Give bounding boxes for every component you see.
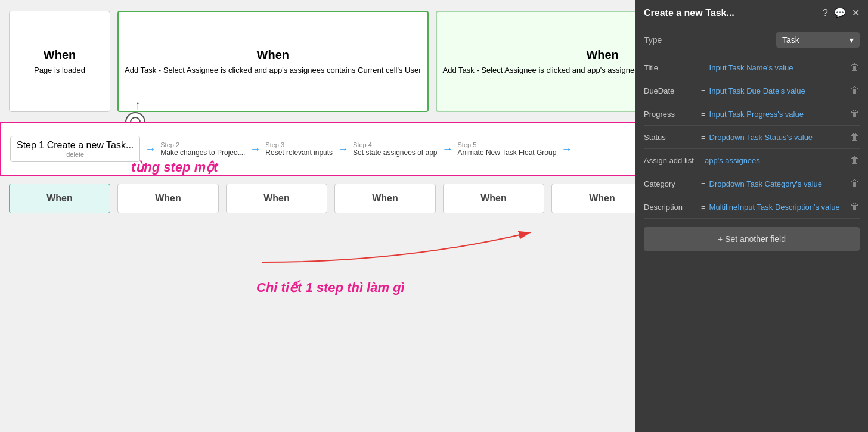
card-2-description: Add Task - Select Assignee is clicked an… (125, 66, 421, 74)
field-eq-category: = (701, 179, 706, 188)
step-4-label: Step 4 (353, 141, 437, 148)
type-select[interactable]: Task ▾ (776, 32, 860, 48)
field-eq-duedate: = (701, 86, 706, 95)
field-value-category[interactable]: Dropdown Task Category's value (709, 179, 845, 188)
field-name-title: Title (644, 63, 698, 72)
red-arrow (256, 215, 542, 288)
field-row-status: Status = Dropdown Task Status's value 🗑 (644, 126, 860, 149)
step-2-label: Step 2 (160, 141, 245, 148)
step-3-box[interactable]: Step 3 Reset relevant inputs (265, 141, 333, 157)
chevron-down-icon: ▾ (850, 35, 854, 45)
help-icon[interactable]: ? (823, 8, 828, 18)
field-eq-progress: = (701, 110, 706, 119)
arrow-2-3: → (250, 143, 261, 156)
second-card-1[interactable]: When (9, 184, 110, 213)
field-name-category: Category (644, 179, 698, 188)
step-2-box[interactable]: Step 2 Make changes to Project... (160, 141, 245, 157)
field-row-description: Description = MultilineInput Task Descri… (644, 195, 860, 219)
field-row-assign: Assign add list app's assignees 🗑 (644, 149, 860, 172)
field-name-duedate: DueDate (644, 86, 698, 95)
annotation-detail-text: Chi tiết 1 step thì làm gì (256, 280, 405, 296)
second-card-3-label: When (264, 193, 290, 204)
panel-body: Type Task ▾ Title = Input Task Name's va… (636, 26, 868, 432)
comment-icon[interactable]: 💬 (834, 7, 846, 18)
field-row-progress: Progress = Input Task Progress's value 🗑 (644, 102, 860, 126)
second-card-4-label: When (372, 193, 398, 204)
second-card-5[interactable]: When (443, 184, 544, 213)
field-delete-progress[interactable]: 🗑 (850, 108, 860, 119)
step-2-name: Make changes to Project... (160, 148, 245, 157)
field-delete-status[interactable]: 🗑 (850, 132, 860, 142)
field-delete-title[interactable]: 🗑 (850, 62, 860, 73)
annotation-step-text: từng step một (131, 160, 218, 175)
step-5-name: Animate New Task Float Group (458, 148, 557, 157)
step-3-label: Step 3 (265, 141, 333, 148)
arrow-5-more: → (561, 143, 572, 156)
close-icon[interactable]: ✕ (852, 7, 860, 18)
field-row-category: Category = Dropdown Task Category's valu… (644, 172, 860, 195)
second-card-4[interactable]: When (334, 184, 436, 213)
field-name-status: Status (644, 133, 698, 142)
step-4-box[interactable]: Step 4 Set state assignees of app (353, 141, 437, 157)
arrow-3-4: → (337, 143, 348, 156)
second-card-2-label: When (155, 193, 181, 204)
field-value-title[interactable]: Input Task Name's value (709, 63, 845, 72)
second-card-5-label: When (480, 193, 507, 204)
step-1-label: Step 1 (17, 140, 44, 150)
field-eq-description: = (701, 203, 706, 212)
field-delete-description[interactable]: 🗑 (850, 201, 860, 212)
field-eq-status: = (701, 133, 706, 142)
set-another-field-button[interactable]: + Set another field (644, 227, 860, 251)
up-arrow-icon: ↑ (135, 98, 141, 112)
panel-icons: ? 💬 ✕ (823, 7, 860, 18)
panel-title: Create a new Task... (644, 8, 734, 18)
field-value-duedate[interactable]: Input Task Due Date's value (709, 86, 845, 95)
second-card-6-label: When (589, 193, 615, 204)
field-value-status[interactable]: Dropdown Task Status's value (709, 133, 845, 142)
field-delete-duedate[interactable]: 🗑 (850, 85, 860, 96)
type-row: Type Task ▾ (644, 32, 860, 48)
field-name-progress: Progress (644, 110, 698, 119)
card-1-when-label: When (44, 48, 76, 62)
arrow-1-2: → (145, 143, 156, 156)
step-4-name: Set state assignees of app (353, 148, 437, 157)
second-card-1-label: When (46, 193, 73, 204)
card-2-when-label: When (257, 48, 289, 62)
step-1-delete[interactable]: delete (17, 151, 134, 158)
step-3-name: Reset relevant inputs (265, 148, 333, 157)
field-value-assign[interactable]: app's assignees (705, 156, 845, 165)
panel-header: Create a new Task... ? 💬 ✕ (636, 0, 868, 26)
second-card-3[interactable]: When (226, 184, 327, 213)
field-eq-title: = (701, 63, 706, 72)
when-card-1[interactable]: When Page is loaded (9, 11, 110, 112)
type-label: Type (644, 35, 662, 45)
second-card-2[interactable]: When (117, 184, 219, 213)
step-1-name: Create a new Task... (47, 140, 134, 150)
card-3-when-label: When (586, 48, 618, 62)
field-delete-category[interactable]: 🗑 (850, 178, 860, 189)
when-card-2[interactable]: When Add Task - Select Assignee is click… (117, 11, 429, 112)
step-5-label: Step 5 (458, 141, 557, 148)
step-5-box[interactable]: Step 5 Animate New Task Float Group (458, 141, 557, 157)
field-delete-assign[interactable]: 🗑 (850, 155, 860, 166)
step-1-box[interactable]: Step 1 Create a new Task... delete (10, 136, 140, 162)
field-row-duedate: DueDate = Input Task Due Date's value 🗑 (644, 79, 860, 102)
field-row-title: Title = Input Task Name's value 🗑 (644, 56, 860, 79)
field-value-progress[interactable]: Input Task Progress's value (709, 110, 845, 119)
field-name-assign: Assign add list (644, 156, 698, 165)
type-value: Task (782, 35, 799, 45)
arrow-4-5: → (442, 143, 453, 156)
field-value-description[interactable]: MultilineInput Task Description's value (709, 203, 845, 212)
card-1-description: Page is loaded (34, 66, 85, 74)
field-name-description: Description (644, 203, 698, 212)
right-panel: Create a new Task... ? 💬 ✕ Type Task ▾ T… (636, 0, 868, 432)
